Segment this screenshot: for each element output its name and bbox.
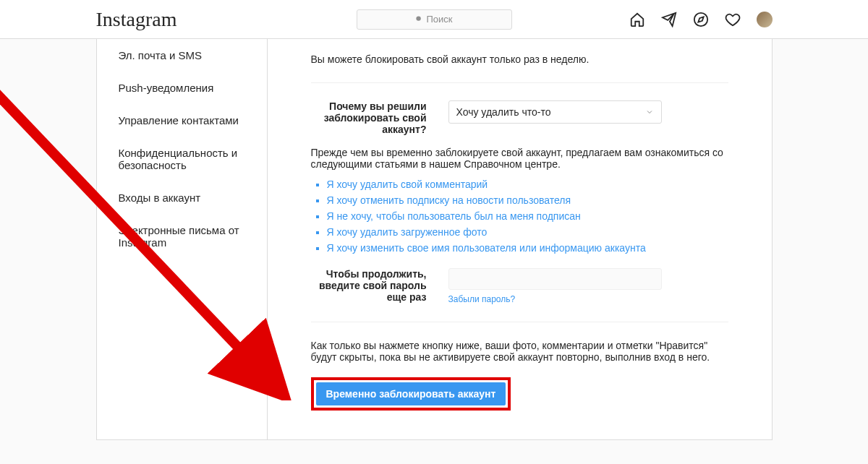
divider <box>311 82 728 83</box>
instagram-logo[interactable]: Instagram <box>96 8 333 31</box>
help-link-unfollow[interactable]: Я хочу отменить подписку на новости поль… <box>327 194 571 206</box>
reason-selected-value: Хочу удалить что-то <box>456 106 551 118</box>
sidebar-item-contacts[interactable]: Управление контактами <box>97 104 267 137</box>
help-link-delete-comment[interactable]: Я хочу удалить свой комментарий <box>327 179 488 190</box>
home-icon[interactable] <box>629 12 645 27</box>
search-input[interactable]: Поиск <box>357 9 512 30</box>
svg-point-0 <box>417 16 421 20</box>
help-intro-text: Прежде чем вы временно заблокируете свой… <box>311 147 728 170</box>
disable-account-button[interactable]: Временно заблокировать аккаунт <box>316 382 506 405</box>
profile-avatar[interactable] <box>757 12 773 27</box>
reason-label: Почему вы решили заблокировать свой акка… <box>311 100 427 135</box>
chevron-down-icon <box>645 108 654 116</box>
svg-point-2 <box>694 12 707 25</box>
sidebar-item-privacy[interactable]: Конфиденциальность и безопасность <box>97 137 267 181</box>
password-field: Чтобы продолжить, введите свой пароль ещ… <box>311 268 728 304</box>
activity-icon[interactable] <box>725 12 741 27</box>
annotation-highlight: Временно заблокировать аккаунт <box>311 377 511 411</box>
reason-field: Почему вы решили заблокировать свой акка… <box>311 100 728 135</box>
explore-icon[interactable] <box>693 12 709 27</box>
limit-info-text: Вы можете блокировать свой аккаунт тольк… <box>311 53 728 65</box>
sidebar-item-push[interactable]: Push-уведомления <box>97 72 267 104</box>
svg-marker-3 <box>698 17 703 22</box>
forgot-password-link[interactable]: Забыли пароль? <box>448 294 728 304</box>
help-link-change-username[interactable]: Я хочу изменить свое имя пользователя ил… <box>327 242 646 254</box>
sidebar-item-emails[interactable]: Электронные письма от Instagram <box>97 214 267 259</box>
messages-icon[interactable] <box>661 12 677 27</box>
password-input[interactable] <box>448 268 662 290</box>
final-info-text: Как только вы нажмете кнопку ниже, ваши … <box>311 340 728 363</box>
search-placeholder: Поиск <box>426 14 452 25</box>
help-link-remove-follower[interactable]: Я не хочу, чтобы пользователь был на мен… <box>327 210 581 222</box>
help-links-list: Я хочу удалить свой комментарий Я хочу о… <box>311 179 728 254</box>
top-navigation: Instagram Поиск <box>0 0 868 39</box>
main-content: Вы можете блокировать свой аккаунт тольк… <box>268 39 772 439</box>
nav-icons <box>535 12 773 27</box>
search-icon <box>415 15 423 23</box>
help-link-delete-photo[interactable]: Я хочу удалить загруженное фото <box>327 226 488 238</box>
settings-container: Эл. почта и SMS Push-уведомления Управле… <box>96 39 773 440</box>
divider <box>311 322 728 322</box>
reason-select[interactable]: Хочу удалить что-то <box>448 100 662 124</box>
password-label: Чтобы продолжить, введите свой пароль ещ… <box>311 268 427 304</box>
sidebar-item-email-sms[interactable]: Эл. почта и SMS <box>97 39 267 72</box>
svg-line-1 <box>420 20 422 22</box>
settings-sidebar: Эл. почта и SMS Push-уведомления Управле… <box>97 39 268 439</box>
sidebar-item-logins[interactable]: Входы в аккаунт <box>97 181 267 214</box>
